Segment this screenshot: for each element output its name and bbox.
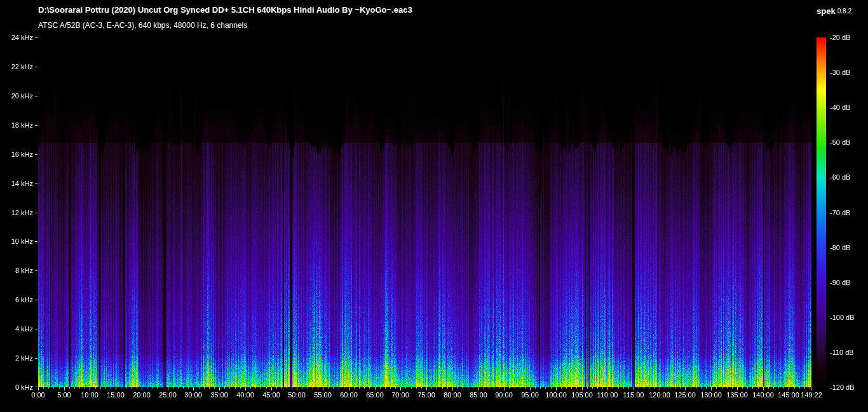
time-tick-label: 50:00 — [288, 391, 306, 399]
file-title: D:\Soorarai Pottru (2020) Uncut Org Sync… — [38, 5, 412, 15]
app-name: spek — [817, 6, 836, 16]
time-tick-label: 85:00 — [470, 391, 487, 399]
time-tick-label: 80:00 — [444, 391, 461, 399]
time-tick-label: 5:00 — [57, 391, 71, 399]
freq-tick-label: 20 kHz — [1, 92, 33, 100]
time-tick-label: 10:00 — [81, 391, 98, 399]
time-tick-label: 125:00 — [674, 391, 696, 399]
time-axis-ticks — [38, 387, 811, 391]
freq-tick-label: 22 kHz — [1, 63, 33, 70]
freq-tick-label: 24 kHz — [1, 34, 33, 41]
db-tick-label: -70 dB — [830, 209, 850, 216]
freq-tick-label: 0 kHz — [1, 383, 33, 391]
time-tick-label: 149:22 — [801, 391, 822, 399]
time-tick-label: 15:00 — [107, 391, 125, 399]
frequency-axis-ticks — [34, 37, 37, 387]
time-tick-label: 105:00 — [571, 391, 593, 399]
db-tick-label: -110 dB — [830, 349, 854, 356]
time-tick-label: 140:00 — [752, 391, 774, 399]
time-tick-label: 90:00 — [495, 391, 513, 399]
freq-tick-label: 6 kHz — [1, 296, 33, 303]
spectrogram — [38, 37, 811, 387]
freq-tick-label: 2 kHz — [1, 354, 33, 362]
time-tick-label: 30:00 — [184, 391, 202, 399]
time-tick-label: 120:00 — [649, 391, 670, 399]
colorbar-legend — [817, 37, 826, 387]
freq-tick-label: 10 kHz — [1, 237, 33, 245]
time-tick-label: 45:00 — [262, 391, 280, 399]
freq-tick-label: 16 kHz — [1, 150, 33, 158]
db-tick-label: -80 dB — [830, 244, 850, 251]
time-tick-label: 110:00 — [597, 391, 618, 399]
time-tick-label: 115:00 — [623, 391, 644, 399]
db-tick-label: -50 dB — [830, 138, 850, 146]
time-tick-label: 20:00 — [133, 391, 151, 399]
db-tick-label: -30 dB — [830, 69, 850, 76]
time-tick-label: 60:00 — [340, 391, 358, 399]
db-tick-label: -60 dB — [830, 173, 850, 181]
freq-tick-label: 12 kHz — [1, 209, 33, 216]
freq-tick-label: 14 kHz — [1, 180, 33, 187]
db-tick-label: -100 dB — [830, 314, 855, 321]
spek-window: D:\Soorarai Pottru (2020) Uncut Org Sync… — [0, 0, 868, 412]
db-tick-label: -40 dB — [830, 103, 850, 111]
app-brand: spek0.8.2 — [817, 5, 851, 17]
time-tick-label: 75:00 — [417, 391, 435, 399]
time-tick-label: 145:00 — [778, 391, 799, 399]
app-version: 0.8.2 — [837, 8, 851, 15]
freq-tick-label: 18 kHz — [1, 121, 33, 129]
time-tick-label: 100:00 — [545, 391, 567, 399]
time-tick-label: 135:00 — [726, 391, 748, 399]
db-tick-label: -20 dB — [830, 34, 850, 41]
time-tick-label: 40:00 — [236, 391, 254, 399]
time-tick-label: 35:00 — [210, 391, 228, 399]
time-tick-label: 95:00 — [521, 391, 539, 399]
time-tick-label: 25:00 — [159, 391, 177, 399]
time-tick-label: 65:00 — [366, 391, 384, 399]
time-tick-label: 130:00 — [700, 391, 722, 399]
freq-tick-label: 4 kHz — [1, 325, 33, 333]
stream-info: ATSC A/52B (AC-3, E-AC-3), 640 kbps, 480… — [38, 21, 247, 30]
time-tick-label: 0:00 — [31, 391, 44, 399]
freq-tick-label: 8 kHz — [1, 267, 33, 274]
time-tick-label: 55:00 — [314, 391, 332, 399]
time-tick-label: 70:00 — [391, 391, 409, 399]
db-tick-label: -120 dB — [830, 383, 855, 391]
db-tick-label: -90 dB — [830, 279, 850, 286]
